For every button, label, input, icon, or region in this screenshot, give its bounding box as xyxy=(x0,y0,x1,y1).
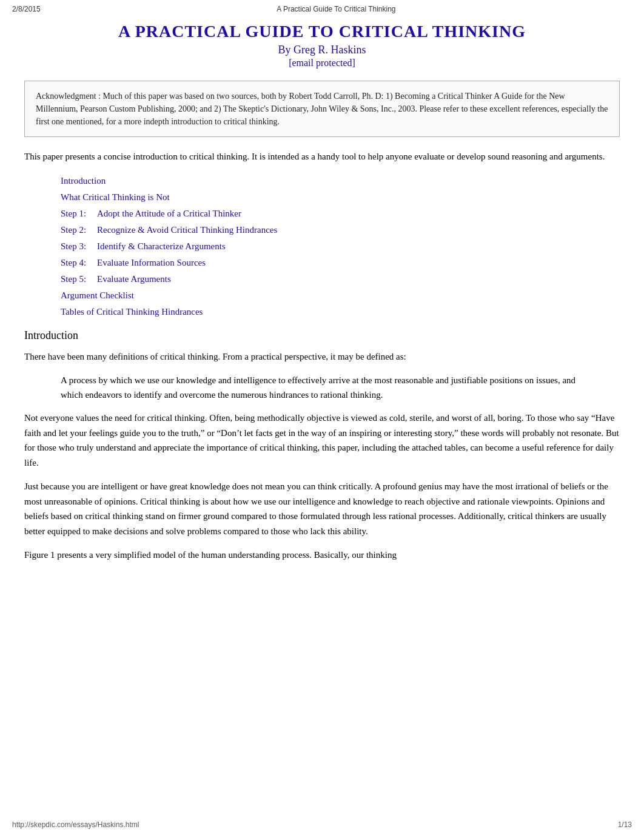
toc-step-text-toc-step3[interactable]: Identify & Characterize Arguments xyxy=(97,241,226,252)
toc-step-text-toc-step2[interactable]: Recognize & Avoid Critical Thinking Hind… xyxy=(97,225,277,235)
intro-body-4: Figure 1 presents a very simplified mode… xyxy=(24,548,620,563)
toc-item-toc-step1[interactable]: Step 1: Adopt the Attitude of a Critical… xyxy=(61,209,620,219)
toc-item-toc-step2[interactable]: Step 2: Recognize & Avoid Critical Think… xyxy=(61,225,620,235)
toc-link-toc-what-not[interactable]: What Critical Thinking is Not xyxy=(61,192,170,202)
acknowledgment-box: Acknowledgment : Much of this paper was … xyxy=(24,81,620,137)
toc-step-text-toc-step4[interactable]: Evaluate Information Sources xyxy=(97,258,206,268)
toc-link-toc-tables[interactable]: Tables of Critical Thinking Hindrances xyxy=(61,307,203,317)
author-email: [email protected] xyxy=(24,58,620,69)
toc-step-label-toc-step5[interactable]: Step 5: xyxy=(61,274,97,284)
toc-step-text-toc-step1[interactable]: Adopt the Attitude of a Critical Thinker xyxy=(97,209,241,219)
intro-paragraph: This paper presents a concise introducti… xyxy=(24,149,620,164)
topbar-center-title: A Practical Guide To Critical Thinking xyxy=(277,5,395,13)
section-introduction-heading: Introduction xyxy=(24,329,620,342)
toc-step-label-toc-step2[interactable]: Step 2: xyxy=(61,225,97,235)
toc-item-toc-checklist[interactable]: Argument Checklist xyxy=(61,290,620,301)
intro-body-2: Not everyone values the need for critica… xyxy=(24,411,620,471)
toc-link-toc-checklist[interactable]: Argument Checklist xyxy=(61,290,134,300)
footer-url: http://skepdic.com/essays/Haskins.html xyxy=(12,820,139,829)
block-quote: A process by which we use our knowledge … xyxy=(61,373,583,402)
toc-item-toc-step5[interactable]: Step 5: Evaluate Arguments xyxy=(61,274,620,284)
topbar-date: 2/8/2015 xyxy=(12,5,41,13)
toc-step-label-toc-step4[interactable]: Step 4: xyxy=(61,258,97,268)
toc-step-text-toc-step5[interactable]: Evaluate Arguments xyxy=(97,274,171,284)
intro-body-1: There have been many definitions of crit… xyxy=(24,349,620,364)
toc-item-toc-intro[interactable]: Introduction xyxy=(61,176,620,186)
toc-step-label-toc-step3[interactable]: Step 3: xyxy=(61,241,97,252)
table-of-contents: IntroductionWhat Critical Thinking is No… xyxy=(61,176,620,317)
footer-page: 1/13 xyxy=(618,820,632,829)
author-name: By Greg R. Haskins xyxy=(24,44,620,56)
toc-step-label-toc-step1[interactable]: Step 1: xyxy=(61,209,97,219)
toc-item-toc-step4[interactable]: Step 4: Evaluate Information Sources xyxy=(61,258,620,268)
page-title: A PRACTICAL GUIDE TO CRITICAL THINKING xyxy=(24,22,620,41)
toc-item-toc-step3[interactable]: Step 3: Identify & Characterize Argument… xyxy=(61,241,620,252)
toc-item-toc-what-not[interactable]: What Critical Thinking is Not xyxy=(61,192,620,203)
intro-body-3: Just because you are intelligent or have… xyxy=(24,479,620,539)
toc-item-toc-tables[interactable]: Tables of Critical Thinking Hindrances xyxy=(61,307,620,317)
toc-link-toc-intro[interactable]: Introduction xyxy=(61,176,106,186)
